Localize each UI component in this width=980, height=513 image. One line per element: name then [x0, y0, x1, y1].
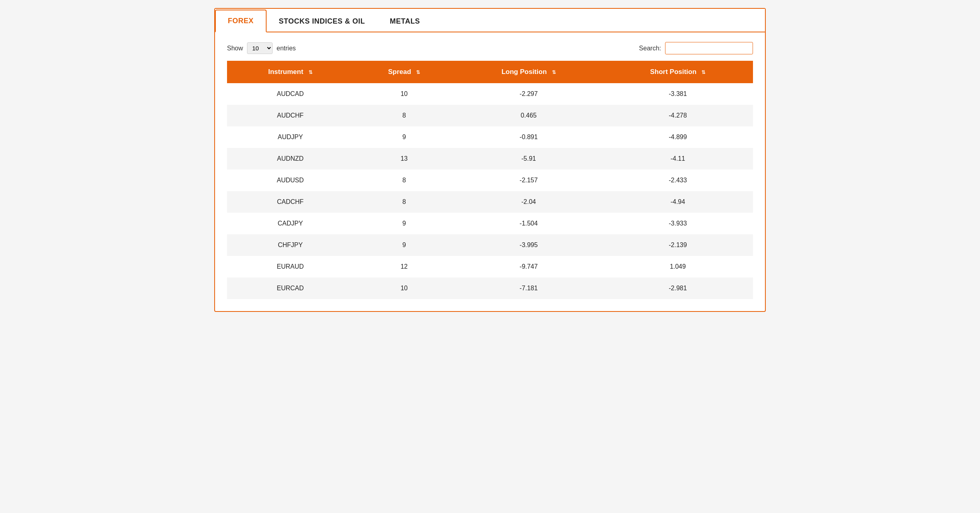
show-label: Show	[227, 45, 243, 52]
sort-icon-short: ⇅	[701, 70, 705, 75]
table-row: CHFJPY9-3.995-2.139	[227, 234, 753, 256]
cell-spread: 12	[354, 256, 455, 277]
table-row: CADCHF8-2.04-4.94	[227, 191, 753, 213]
cell-long-position: -2.297	[455, 83, 603, 105]
data-table: Instrument ⇅ Spread ⇅ Long Position ⇅ Sh…	[227, 61, 753, 299]
cell-short-position: -2.139	[603, 234, 753, 256]
table-row: AUDNZD13-5.91-4.11	[227, 148, 753, 170]
col-instrument[interactable]: Instrument ⇅	[227, 61, 354, 83]
cell-long-position: -0.891	[455, 126, 603, 148]
cell-short-position: -2.433	[603, 170, 753, 191]
table-row: AUDCHF80.465-4.278	[227, 105, 753, 126]
cell-instrument: AUDNZD	[227, 148, 354, 170]
cell-spread: 10	[354, 277, 455, 299]
cell-instrument: AUDCHF	[227, 105, 354, 126]
table-header-row: Instrument ⇅ Spread ⇅ Long Position ⇅ Sh…	[227, 61, 753, 83]
cell-spread: 13	[354, 148, 455, 170]
show-entries-group: Show 10 25 50 100 entries	[227, 42, 296, 54]
cell-instrument: CADCHF	[227, 191, 354, 213]
table-row: AUDUSD8-2.157-2.433	[227, 170, 753, 191]
entries-select[interactable]: 10 25 50 100	[247, 42, 273, 54]
cell-short-position: -2.981	[603, 277, 753, 299]
table-wrapper: Instrument ⇅ Spread ⇅ Long Position ⇅ Sh…	[215, 61, 765, 299]
cell-spread: 8	[354, 170, 455, 191]
cell-instrument: CADJPY	[227, 213, 354, 234]
page-container: FOREX STOCKS INDICES & OIL METALS Show 1…	[214, 8, 766, 312]
cell-spread: 9	[354, 234, 455, 256]
cell-instrument: EURCAD	[227, 277, 354, 299]
cell-short-position: -3.933	[603, 213, 753, 234]
cell-spread: 9	[354, 126, 455, 148]
tab-forex[interactable]: FOREX	[215, 10, 267, 32]
tab-metals[interactable]: METALS	[377, 10, 432, 32]
cell-instrument: CHFJPY	[227, 234, 354, 256]
col-long-position[interactable]: Long Position ⇅	[455, 61, 603, 83]
cell-spread: 10	[354, 83, 455, 105]
entries-label: entries	[277, 45, 296, 52]
col-spread[interactable]: Spread ⇅	[354, 61, 455, 83]
cell-long-position: -2.157	[455, 170, 603, 191]
col-short-position[interactable]: Short Position ⇅	[603, 61, 753, 83]
cell-short-position: -4.899	[603, 126, 753, 148]
cell-spread: 8	[354, 191, 455, 213]
controls-row: Show 10 25 50 100 entries Search:	[215, 32, 765, 61]
search-label: Search:	[639, 45, 661, 52]
search-input[interactable]	[665, 42, 753, 54]
cell-short-position: -4.278	[603, 105, 753, 126]
cell-instrument: AUDUSD	[227, 170, 354, 191]
table-row: CADJPY9-1.504-3.933	[227, 213, 753, 234]
table-row: EURCAD10-7.181-2.981	[227, 277, 753, 299]
cell-long-position: -5.91	[455, 148, 603, 170]
table-row: AUDCAD10-2.297-3.381	[227, 83, 753, 105]
tab-stocks[interactable]: STOCKS INDICES & OIL	[267, 10, 378, 32]
cell-spread: 9	[354, 213, 455, 234]
cell-short-position: -4.11	[603, 148, 753, 170]
cell-long-position: 0.465	[455, 105, 603, 126]
table-row: EURAUD12-9.7471.049	[227, 256, 753, 277]
cell-long-position: -1.504	[455, 213, 603, 234]
sort-icon-long: ⇅	[552, 70, 556, 75]
cell-instrument: AUDCAD	[227, 83, 354, 105]
table-body: AUDCAD10-2.297-3.381AUDCHF80.465-4.278AU…	[227, 83, 753, 299]
cell-short-position: -4.94	[603, 191, 753, 213]
cell-long-position: -7.181	[455, 277, 603, 299]
cell-long-position: -3.995	[455, 234, 603, 256]
sort-icon-spread: ⇅	[416, 70, 420, 75]
cell-spread: 8	[354, 105, 455, 126]
cell-long-position: -2.04	[455, 191, 603, 213]
cell-short-position: 1.049	[603, 256, 753, 277]
tabs-bar: FOREX STOCKS INDICES & OIL METALS	[215, 9, 765, 32]
sort-icon-instrument: ⇅	[309, 70, 313, 75]
cell-instrument: AUDJPY	[227, 126, 354, 148]
cell-instrument: EURAUD	[227, 256, 354, 277]
search-group: Search:	[639, 42, 753, 54]
cell-short-position: -3.381	[603, 83, 753, 105]
cell-long-position: -9.747	[455, 256, 603, 277]
table-row: AUDJPY9-0.891-4.899	[227, 126, 753, 148]
